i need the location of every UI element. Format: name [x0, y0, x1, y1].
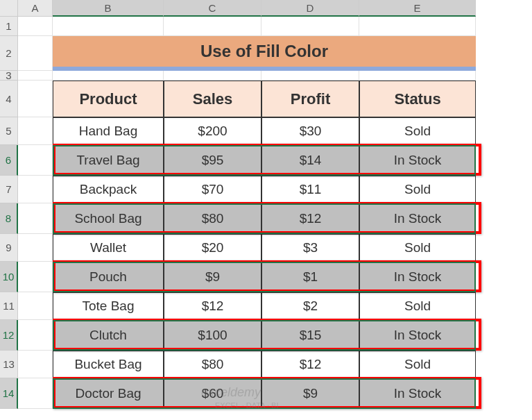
cell-product-8[interactable]: Bucket Bag	[53, 351, 164, 378]
cell-status-1[interactable]: In Stock	[359, 145, 476, 176]
cell-product-9[interactable]: Doctor Bag	[53, 378, 164, 409]
cell-A4[interactable]	[18, 81, 53, 117]
cell-C3[interactable]	[164, 71, 261, 81]
cell-status-5[interactable]: In Stock	[359, 262, 476, 292]
row-header-1[interactable]: 1	[0, 17, 18, 36]
cell-product-0[interactable]: Hand Bag	[53, 117, 164, 145]
header-status[interactable]: Status	[359, 81, 476, 117]
row-header-10[interactable]: 10	[0, 262, 18, 292]
cell-A11[interactable]	[18, 292, 53, 320]
cell-A8[interactable]	[18, 203, 53, 234]
cell-A13[interactable]	[18, 351, 53, 378]
cell-A5[interactable]	[18, 117, 53, 145]
cell-sales-6[interactable]: $12	[164, 292, 261, 320]
cell-A2[interactable]	[18, 36, 53, 71]
cell-A10[interactable]	[18, 262, 53, 292]
cell-profit-3[interactable]: $12	[261, 203, 359, 234]
cell-profit-8[interactable]: $12	[261, 351, 359, 378]
cell-B1[interactable]	[53, 17, 164, 36]
cell-A14[interactable]	[18, 378, 53, 409]
row-header-5[interactable]: 5	[0, 117, 18, 145]
cell-status-3[interactable]: In Stock	[359, 203, 476, 234]
cell-product-6[interactable]: Tote Bag	[53, 292, 164, 320]
cell-status-8[interactable]: Sold	[359, 351, 476, 378]
cell-E1[interactable]	[359, 17, 476, 36]
cell-sales-8[interactable]: $80	[164, 351, 261, 378]
col-header-B[interactable]: B	[53, 0, 164, 17]
col-header-C[interactable]: C	[164, 0, 261, 17]
cell-status-7[interactable]: In Stock	[359, 320, 476, 351]
cell-product-4[interactable]: Wallet	[53, 234, 164, 262]
row-header-6[interactable]: 6	[0, 145, 18, 176]
title-cell[interactable]: Use of Fill Color	[53, 36, 476, 71]
cell-status-2[interactable]: Sold	[359, 176, 476, 203]
cell-profit-9[interactable]: $9	[261, 378, 359, 409]
cell-profit-5[interactable]: $1	[261, 262, 359, 292]
cell-profit-2[interactable]: $11	[261, 176, 359, 203]
cell-product-5[interactable]: Pouch	[53, 262, 164, 292]
col-header-E[interactable]: E	[359, 0, 476, 17]
cell-status-6[interactable]: Sold	[359, 292, 476, 320]
cell-profit-1[interactable]: $14	[261, 145, 359, 176]
row-header-12[interactable]: 12	[0, 320, 18, 351]
cell-profit-0[interactable]: $30	[261, 117, 359, 145]
cell-D3[interactable]	[261, 71, 359, 81]
cell-E3[interactable]	[359, 71, 476, 81]
select-all-corner[interactable]	[0, 0, 18, 17]
cell-product-2[interactable]: Backpack	[53, 176, 164, 203]
row-header-11[interactable]: 11	[0, 292, 18, 320]
cell-sales-9[interactable]: $60	[164, 378, 261, 409]
row-header-14[interactable]: 14	[0, 378, 18, 409]
row-header-13[interactable]: 13	[0, 351, 18, 378]
header-sales[interactable]: Sales	[164, 81, 261, 117]
cell-C1[interactable]	[164, 17, 261, 36]
cell-sales-2[interactable]: $70	[164, 176, 261, 203]
cell-product-1[interactable]: Travel Bag	[53, 145, 164, 176]
header-profit[interactable]: Profit	[261, 81, 359, 117]
row-header-2[interactable]: 2	[0, 36, 18, 71]
row-header-4[interactable]: 4	[0, 81, 18, 117]
cell-profit-4[interactable]: $3	[261, 234, 359, 262]
cell-A3[interactable]	[18, 71, 53, 81]
cell-profit-6[interactable]: $2	[261, 292, 359, 320]
cell-sales-5[interactable]: $9	[164, 262, 261, 292]
cell-sales-7[interactable]: $100	[164, 320, 261, 351]
row-header-3[interactable]: 3	[0, 71, 18, 81]
header-product[interactable]: Product	[53, 81, 164, 117]
cell-A1[interactable]	[18, 17, 53, 36]
cell-A12[interactable]	[18, 320, 53, 351]
cell-status-0[interactable]: Sold	[359, 117, 476, 145]
cell-sales-0[interactable]: $200	[164, 117, 261, 145]
cell-product-7[interactable]: Clutch	[53, 320, 164, 351]
cell-status-4[interactable]: Sold	[359, 234, 476, 262]
cell-sales-4[interactable]: $20	[164, 234, 261, 262]
cell-profit-7[interactable]: $15	[261, 320, 359, 351]
cell-A7[interactable]	[18, 176, 53, 203]
col-header-A[interactable]: A	[18, 0, 53, 17]
row-header-7[interactable]: 7	[0, 176, 18, 203]
cell-sales-1[interactable]: $95	[164, 145, 261, 176]
cell-A6[interactable]	[18, 145, 53, 176]
col-header-D[interactable]: D	[261, 0, 359, 17]
row-header-8[interactable]: 8	[0, 203, 18, 234]
cell-A9[interactable]	[18, 234, 53, 262]
cell-product-3[interactable]: School Bag	[53, 203, 164, 234]
spreadsheet-grid: A B C D E 1 2 3 4 5 6 7 8 9 10 11 12 13 …	[0, 0, 532, 409]
cell-D1[interactable]	[261, 17, 359, 36]
row-header-9[interactable]: 9	[0, 234, 18, 262]
cell-sales-3[interactable]: $80	[164, 203, 261, 234]
cell-status-9[interactable]: In Stock	[359, 378, 476, 409]
cell-B3[interactable]	[53, 71, 164, 81]
